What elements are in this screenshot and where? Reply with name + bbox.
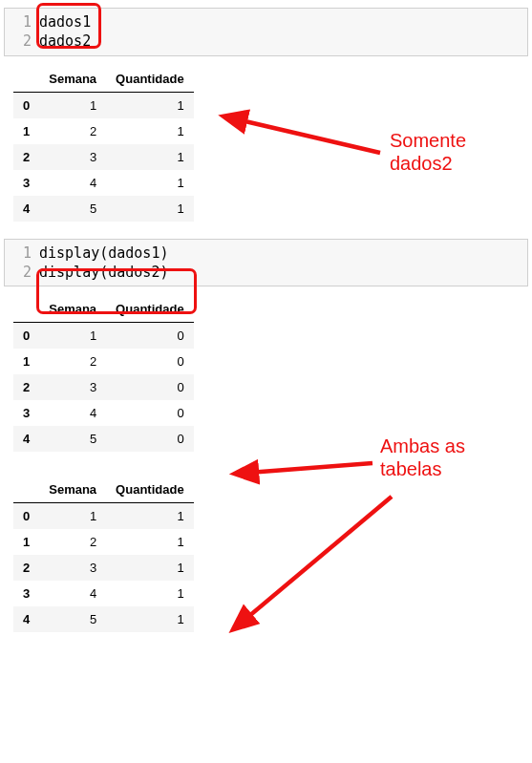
row-index: 2 <box>13 144 39 170</box>
row-index: 1 <box>13 529 39 555</box>
code-text: display(dados1) <box>39 244 168 263</box>
output-block-2b: Semana Quantidade 0 1 1 1 2 1 2 3 1 3 <box>13 477 528 632</box>
code-line: 1 dados1 <box>5 12 527 32</box>
row-index: 4 <box>13 606 39 632</box>
col-semana: Semana <box>39 66 106 93</box>
cell-semana: 1 <box>39 503 106 530</box>
cell-semana: 3 <box>39 144 106 170</box>
col-quantidade: Quantidade <box>106 66 194 93</box>
cell-semana: 2 <box>39 349 106 374</box>
row-index: 3 <box>13 400 39 426</box>
table-row: 2 3 1 <box>13 555 194 581</box>
cell-qty: 1 <box>106 118 194 144</box>
cell-qty: 0 <box>106 400 194 426</box>
annotation-only-dados2: Somente dados2 <box>390 129 466 175</box>
cell-semana: 5 <box>39 426 106 452</box>
row-index: 0 <box>13 323 39 350</box>
code-text: dados2 <box>39 32 91 51</box>
row-index: 0 <box>13 92 39 118</box>
col-quantidade: Quantidade <box>106 477 194 503</box>
line-number: 2 <box>5 263 39 282</box>
code-cell-2[interactable]: 1 display(dados1) 2 display(dados2) <box>4 239 528 287</box>
table-row: 4 5 1 <box>13 196 194 222</box>
cell-qty: 1 <box>106 529 194 555</box>
dataframe-table-dados2-b: Semana Quantidade 0 1 1 1 2 1 2 3 1 3 <box>13 477 194 632</box>
row-index: 3 <box>13 581 39 606</box>
table-row: 3 4 0 <box>13 400 194 426</box>
line-number: 2 <box>5 32 39 51</box>
col-semana: Semana <box>39 296 106 323</box>
col-quantidade: Quantidade <box>106 296 194 323</box>
table-row: 3 4 1 <box>13 581 194 606</box>
cell-semana: 4 <box>39 170 106 196</box>
row-index: 3 <box>13 170 39 196</box>
cell-semana: 3 <box>39 374 106 400</box>
header-blank <box>13 477 39 503</box>
cell-semana: 4 <box>39 400 106 426</box>
cell-qty: 1 <box>106 92 194 118</box>
cell-semana: 5 <box>39 606 106 632</box>
cell-qty: 1 <box>106 170 194 196</box>
table-row: 4 5 0 <box>13 426 194 452</box>
code-text: display(dados2) <box>39 263 168 282</box>
table-row: 1 2 1 <box>13 529 194 555</box>
code-line: 1 display(dados1) <box>5 244 527 263</box>
cell-semana: 1 <box>39 323 106 350</box>
annotation-both-tables: Ambas as tabelas <box>380 434 465 480</box>
table-row: 3 4 1 <box>13 170 194 196</box>
row-index: 2 <box>13 555 39 581</box>
table-row: 0 1 1 <box>13 503 194 530</box>
code-line: 2 dados2 <box>5 32 527 51</box>
cell-qty: 0 <box>106 374 194 400</box>
cell-qty: 0 <box>106 323 194 350</box>
cell-semana: 1 <box>39 92 106 118</box>
cell-qty: 0 <box>106 426 194 452</box>
header-blank <box>13 66 39 93</box>
table-row: 2 3 0 <box>13 374 194 400</box>
cell-qty: 1 <box>106 503 194 530</box>
line-number: 1 <box>5 12 39 32</box>
table-row: 1 2 1 <box>13 118 194 144</box>
row-index: 1 <box>13 349 39 374</box>
cell-qty: 1 <box>106 555 194 581</box>
cell-qty: 1 <box>106 606 194 632</box>
cell-semana: 2 <box>39 118 106 144</box>
line-number: 1 <box>5 244 39 263</box>
cell-qty: 1 <box>106 196 194 222</box>
code-line: 2 display(dados2) <box>5 263 527 282</box>
col-semana: Semana <box>39 477 106 503</box>
row-index: 1 <box>13 118 39 144</box>
table-row: 0 1 0 <box>13 323 194 350</box>
row-index: 2 <box>13 374 39 400</box>
row-index: 4 <box>13 426 39 452</box>
header-blank <box>13 296 39 323</box>
table-row: 2 3 1 <box>13 144 194 170</box>
cell-qty: 0 <box>106 349 194 374</box>
row-index: 0 <box>13 503 39 530</box>
table-row: 0 1 1 <box>13 92 194 118</box>
dataframe-table-dados1: Semana Quantidade 0 1 0 1 2 0 2 3 0 3 <box>13 296 194 452</box>
svg-line-2 <box>248 463 372 473</box>
cell-semana: 4 <box>39 581 106 606</box>
code-text: dados1 <box>39 12 91 32</box>
table-row: 1 2 0 <box>13 349 194 374</box>
table-row: 4 5 1 <box>13 606 194 632</box>
cell-semana: 3 <box>39 555 106 581</box>
cell-semana: 2 <box>39 529 106 555</box>
cell-semana: 5 <box>39 196 106 222</box>
cell-qty: 1 <box>106 581 194 606</box>
row-index: 4 <box>13 196 39 222</box>
output-block-2a: Semana Quantidade 0 1 0 1 2 0 2 3 0 3 <box>13 296 528 452</box>
dataframe-table-dados2: Semana Quantidade 0 1 1 1 2 1 2 3 1 3 <box>13 66 194 222</box>
cell-qty: 1 <box>106 144 194 170</box>
code-cell-1[interactable]: 1 dados1 2 dados2 <box>4 8 528 56</box>
